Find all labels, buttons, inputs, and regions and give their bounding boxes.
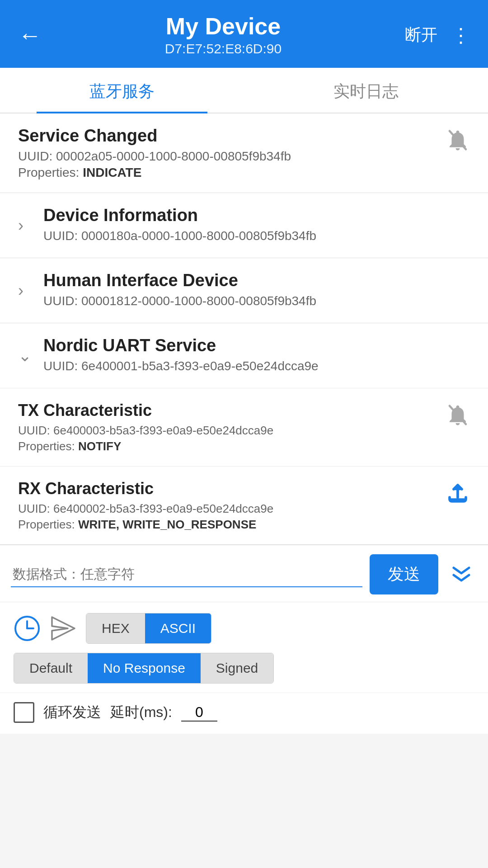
service-group-nordic-uart: ⌄ Nordic UART Service UUID: 6e400001-b5a…: [0, 323, 488, 545]
bottom-toolbar: HEX ASCII Default No Response Signed: [0, 602, 488, 693]
service-changed-name: Service Changed: [18, 126, 291, 146]
input-area: 发送: [0, 545, 488, 602]
characteristic-rx: RX Characteristic UUID: 6e400002-b5a3-f3…: [0, 466, 488, 544]
disconnect-button[interactable]: 断开: [405, 24, 437, 46]
service-group-device-info: › Device Information UUID: 0000180a-0000…: [0, 193, 488, 258]
device-info-uuid: UUID: 0000180a-0000-1000-8000-00805f9b34…: [43, 229, 316, 243]
loop-delay-label: 延时(ms):: [110, 703, 172, 722]
send-button[interactable]: 发送: [370, 554, 438, 594]
bell-icon[interactable]: [446, 128, 470, 152]
tx-char-name: TX Characteristic: [18, 401, 273, 420]
tab-bluetooth[interactable]: 蓝牙服务: [0, 68, 244, 113]
services-list: Service Changed UUID: 00002a05-0000-1000…: [0, 113, 488, 545]
hid-name: Human Interface Device: [43, 271, 316, 290]
header-actions: 断开 ⋮: [405, 24, 470, 47]
service-changed-props: Properties: INDICATE: [18, 165, 291, 180]
svg-marker-6: [52, 617, 75, 640]
upload-write-icon[interactable]: [446, 481, 470, 505]
app-header: ← My Device D7:E7:52:E8:6D:90 断开 ⋮: [0, 0, 488, 68]
service-group-nordic-uart-header[interactable]: ⌄ Nordic UART Service UUID: 6e400001-b5a…: [0, 323, 488, 388]
svg-rect-1: [457, 489, 459, 500]
chevron-right-icon: ›: [18, 216, 34, 235]
back-button[interactable]: ←: [18, 22, 42, 49]
encoding-toggle: HEX ASCII: [86, 613, 211, 644]
characteristic-tx: TX Characteristic UUID: 6e400003-b5a3-f3…: [0, 388, 488, 466]
send-icon[interactable]: [50, 615, 77, 642]
tx-char-props: Properties: NOTIFY: [18, 439, 273, 453]
service-group-device-info-header[interactable]: › Device Information UUID: 0000180a-0000…: [0, 193, 488, 258]
expand-down-button[interactable]: [446, 559, 477, 590]
double-chevron-down-icon: [450, 563, 473, 586]
rx-char-name: RX Characteristic: [18, 479, 273, 498]
device-info-name: Device Information: [43, 206, 316, 225]
service-changed-info: Service Changed UUID: 00002a05-0000-1000…: [18, 126, 291, 180]
ascii-button[interactable]: ASCII: [145, 613, 211, 643]
hid-uuid: UUID: 00001812-0000-1000-8000-00805f9b34…: [43, 294, 316, 308]
chevron-right-icon: ›: [18, 281, 34, 300]
nordic-uart-name: Nordic UART Service: [43, 336, 319, 355]
service-group-hid-header[interactable]: › Human Interface Device UUID: 00001812-…: [0, 258, 488, 323]
service-item-service-changed: Service Changed UUID: 00002a05-0000-1000…: [0, 113, 488, 193]
hex-button[interactable]: HEX: [86, 613, 145, 643]
more-menu-button[interactable]: ⋮: [451, 24, 470, 47]
tabs-bar: 蓝牙服务 实时日志: [0, 68, 488, 113]
nordic-uart-uuid: UUID: 6e400001-b5a3-f393-e0a9-e50e24dcca…: [43, 359, 319, 373]
header-center: My Device D7:E7:52:E8:6D:90: [42, 14, 405, 57]
signed-button[interactable]: Signed: [201, 653, 273, 683]
loop-label: 循环发送: [43, 703, 101, 722]
default-button[interactable]: Default: [14, 653, 88, 683]
loop-checkbox[interactable]: [14, 702, 34, 723]
loop-row: 循环发送 延时(ms):: [0, 693, 488, 734]
bell-notify-icon[interactable]: [446, 403, 470, 427]
data-input[interactable]: [11, 562, 362, 587]
loop-delay-input[interactable]: [181, 704, 217, 722]
write-type-toggle: Default No Response Signed: [14, 653, 274, 684]
no-response-button[interactable]: No Response: [88, 653, 201, 683]
tx-char-uuid: UUID: 6e400003-b5a3-f393-e0a9-e50e24dcca…: [18, 424, 273, 438]
page-title: My Device: [42, 14, 405, 39]
chevron-down-icon: ⌄: [18, 346, 34, 365]
device-address: D7:E7:52:E8:6D:90: [42, 41, 405, 57]
tab-realtime[interactable]: 实时日志: [244, 68, 488, 113]
svg-rect-2: [450, 498, 466, 501]
clock-icon[interactable]: [14, 615, 41, 642]
service-changed-uuid: UUID: 00002a05-0000-1000-8000-00805f9b34…: [18, 149, 291, 164]
service-group-hid: › Human Interface Device UUID: 00001812-…: [0, 258, 488, 323]
rx-char-uuid: UUID: 6e400002-b5a3-f393-e0a9-e50e24dcca…: [18, 502, 273, 516]
rx-char-props: Properties: WRITE, WRITE_NO_RESPONSE: [18, 518, 273, 532]
